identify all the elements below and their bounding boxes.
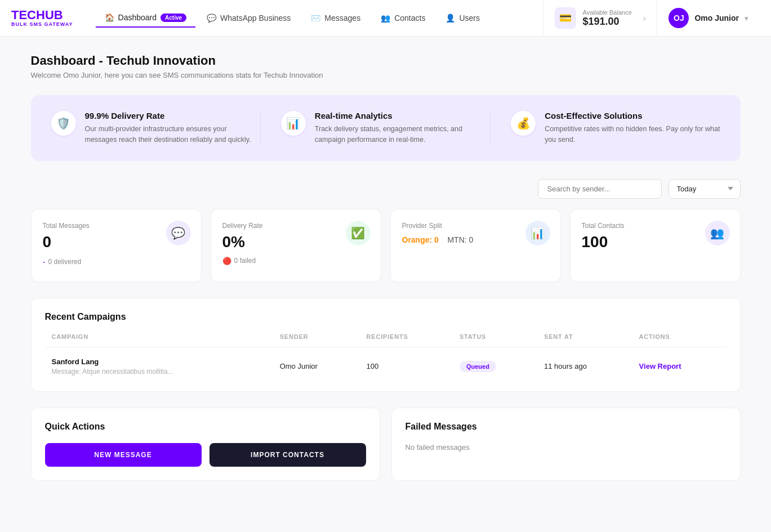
feature-delivery-title: 99.9% Delivery Rate <box>85 111 260 120</box>
balance-info: Available Balance $191.00 <box>583 9 632 28</box>
stat-delivery-sub: 🔴 0 failed <box>222 257 369 265</box>
col-sender: Sender <box>273 333 360 347</box>
stat-total-contacts: Total Contacts 100 👥 <box>570 209 741 282</box>
active-badge: Active <box>161 14 186 22</box>
no-failed-text: No failed messages <box>405 443 727 451</box>
quick-actions-panel: Quick Actions NEW MESSAGE IMPORT CONTACT… <box>31 408 380 481</box>
sent-at-cell: 11 hours ago <box>537 347 632 386</box>
users-icon: 👤 <box>445 14 455 23</box>
col-sent-at: Sent At <box>537 333 632 347</box>
quick-actions-title: Quick Actions <box>45 422 366 432</box>
failed-messages-title: Failed Messages <box>405 422 727 432</box>
campaign-cell: Sanford Lang Message: Atque necessitatib… <box>45 347 273 386</box>
campaigns-title: Recent Campaigns <box>45 312 727 322</box>
mtn-label: MTN: <box>447 235 466 244</box>
feature-analytics-desc: Track delivery status, engagement metric… <box>315 124 490 145</box>
user-avatar: OJ <box>669 8 689 28</box>
feature-delivery-content: 99.9% Delivery Rate Our multi-provider i… <box>85 111 260 145</box>
stat-delivery-rate: Delivery Rate 0% ✅ 🔴 0 failed <box>211 209 381 282</box>
date-select[interactable]: Today Yesterday Last 7 Days Last 30 Days <box>669 179 741 199</box>
user-menu[interactable]: OJ Omo Junior ▾ <box>657 0 760 37</box>
nav-dashboard-label: Dashboard <box>118 13 157 22</box>
status-badge: Queued <box>460 361 496 372</box>
view-report-link[interactable]: View Report <box>639 362 681 370</box>
page-title: Dashboard - Techub Innovation <box>31 53 741 68</box>
balance-chevron-icon[interactable]: › <box>643 14 646 23</box>
delivery-stat-icon: ✅ <box>346 221 371 245</box>
brand-name: TECHUB <box>11 9 73 21</box>
balance-icon: 💳 <box>555 7 576 29</box>
campaigns-table: Campaign Sender Recipients Status Sent A… <box>45 333 727 386</box>
mtn-value: 0 <box>469 235 474 244</box>
stat-messages-sub-text: 0 delivered <box>48 258 82 266</box>
orange-label: Orange: <box>402 235 433 244</box>
balance-box[interactable]: 💳 Available Balance $191.00 › <box>543 0 658 37</box>
balance-amount: $191.00 <box>583 16 632 28</box>
messages-stat-icon: 💬 <box>166 221 191 245</box>
fail-icon: 🔴 <box>222 257 231 265</box>
nav-contacts[interactable]: 👥 Contacts <box>372 9 434 27</box>
col-actions: Actions <box>632 333 727 347</box>
home-icon: 🏠 <box>105 13 114 22</box>
money-icon: 💰 <box>511 111 536 136</box>
provider-stat-icon: 📊 <box>525 221 550 245</box>
bottom-panels: Quick Actions NEW MESSAGE IMPORT CONTACT… <box>31 408 741 481</box>
shield-icon: 🛡️ <box>51 111 76 136</box>
messages-icon: ✉️ <box>311 14 320 23</box>
nav-users-label: Users <box>459 14 480 23</box>
balance-label: Available Balance <box>583 9 632 16</box>
feature-cost-desc: Competitive rates with no hidden fees. P… <box>545 124 720 145</box>
contacts-icon: 👥 <box>381 14 390 23</box>
feature-delivery: 🛡️ 99.9% Delivery Rate Our multi-provide… <box>51 111 260 145</box>
logo: TECHUB BULK SMS GATEWAY <box>11 9 73 27</box>
nav-whatsapp[interactable]: 💬 WhatsApp Business <box>198 9 300 27</box>
whatsapp-icon: 💬 <box>207 14 216 23</box>
nav-right: 💳 Available Balance $191.00 › OJ Omo Jun… <box>543 0 760 37</box>
table-row: Sanford Lang Message: Atque necessitatib… <box>45 347 727 386</box>
orange-value: 0 <box>434 235 439 244</box>
user-name: Omo Junior <box>694 14 739 23</box>
user-chevron-icon: ▾ <box>745 14 748 23</box>
contacts-stat-icon: 👥 <box>705 221 730 245</box>
brand-tagline: BULK SMS GATEWAY <box>11 21 73 27</box>
filter-row: Today Yesterday Last 7 Days Last 30 Days <box>31 179 741 199</box>
search-input[interactable] <box>538 179 662 199</box>
nav-contacts-label: Contacts <box>394 14 425 23</box>
feature-analytics: 📊 Real-time Analytics Track delivery sta… <box>260 111 490 145</box>
feature-cost-title: Cost-Effective Solutions <box>545 111 720 120</box>
feature-delivery-desc: Our multi-provider infrastructure ensure… <box>85 124 260 145</box>
campaign-message: Message: Atque necessitatibus mollitia..… <box>52 368 266 375</box>
import-contacts-button[interactable]: IMPORT CONTACTS <box>210 443 366 467</box>
stat-total-messages: Total Messages 0 💬 · 0 delivered <box>31 209 202 282</box>
feature-analytics-title: Real-time Analytics <box>315 111 490 120</box>
stat-provider-split: Provider Split 📊 Orange: 0 MTN: 0 <box>390 209 561 282</box>
navbar: TECHUB BULK SMS GATEWAY 🏠 Dashboard Acti… <box>0 0 771 37</box>
stat-delivery-sub-text: 0 failed <box>234 257 256 265</box>
feature-cost: 💰 Cost-Effective Solutions Competitive r… <box>490 111 720 145</box>
nav-messages[interactable]: ✉️ Messages <box>302 9 369 27</box>
chart-icon: 📊 <box>281 111 306 136</box>
nav-messages-label: Messages <box>324 14 360 23</box>
stat-cards: Total Messages 0 💬 · 0 delivered Deliver… <box>31 209 741 282</box>
feature-cost-content: Cost-Effective Solutions Competitive rat… <box>545 111 720 145</box>
page-subtitle: Welcome Omo Junior, here you can see SMS… <box>31 71 741 79</box>
actions-cell: View Report <box>632 347 727 386</box>
nav-users[interactable]: 👤 Users <box>436 9 489 27</box>
status-cell: Queued <box>453 347 537 386</box>
nav-items: 🏠 Dashboard Active 💬 WhatsApp Business ✉… <box>96 8 543 28</box>
feature-analytics-content: Real-time Analytics Track delivery statu… <box>315 111 490 145</box>
sender-cell: Omo Junior <box>273 347 360 386</box>
nav-whatsapp-label: WhatsApp Business <box>220 14 291 23</box>
col-status: Status <box>453 333 537 347</box>
stat-messages-sub: · 0 delivered <box>43 257 190 267</box>
nav-dashboard[interactable]: 🏠 Dashboard Active <box>96 8 196 28</box>
col-campaign: Campaign <box>45 333 273 347</box>
recipients-cell: 100 <box>360 347 453 386</box>
quick-actions-buttons: NEW MESSAGE IMPORT CONTACTS <box>45 443 366 467</box>
page-header: Dashboard - Techub Innovation Welcome Om… <box>31 53 741 79</box>
features-banner: 🛡️ 99.9% Delivery Rate Our multi-provide… <box>31 95 741 161</box>
campaign-name: Sanford Lang <box>52 357 266 366</box>
dot-icon: · <box>43 257 46 267</box>
new-message-button[interactable]: NEW MESSAGE <box>45 443 202 467</box>
col-recipients: Recipients <box>360 333 453 347</box>
